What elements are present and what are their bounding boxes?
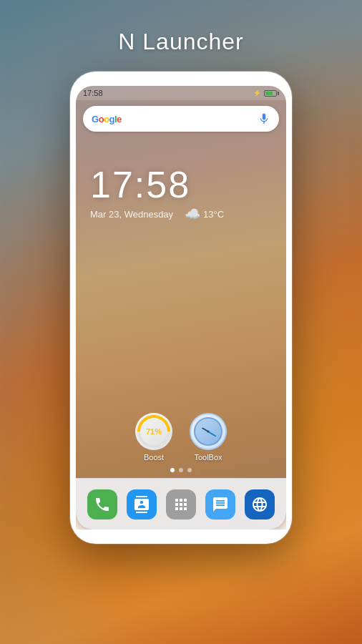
apps-icon: [172, 496, 190, 513]
clock-date: Mar 23, Wednesday: [90, 209, 173, 220]
status-icons: ⚡: [253, 89, 279, 97]
dock-bar: [76, 478, 286, 530]
app-item-boost[interactable]: 71% Boost: [135, 413, 172, 462]
dock-item-contacts[interactable]: [127, 489, 157, 519]
dock-item-messages[interactable]: [205, 489, 235, 519]
temperature: 13°C: [203, 209, 224, 220]
clock-widget: 17:58 Mar 23, Wednesday ☁️ 13°C: [76, 137, 286, 222]
charge-icon: ⚡: [253, 89, 261, 97]
messages-icon: [212, 496, 229, 513]
toolbox-clock-face: [194, 417, 222, 446]
page-dot-1[interactable]: [170, 468, 175, 472]
battery-body: [264, 90, 277, 97]
dock-item-phone[interactable]: [87, 489, 117, 519]
clock-time: 17:58: [90, 166, 190, 203]
app-item-toolbox[interactable]: ToolBox: [190, 413, 227, 462]
microphone-icon[interactable]: [258, 112, 270, 125]
status-bar: 17:58 ⚡: [76, 86, 286, 100]
status-time: 17:58: [83, 89, 103, 97]
toolbox-icon: [190, 413, 227, 450]
weather-widget: ☁️ 13°C: [185, 206, 224, 222]
toolbox-label: ToolBox: [194, 453, 222, 462]
page-title: N Launcher: [0, 29, 362, 55]
phone-screen: 17:58 ⚡ Google 17:58: [76, 86, 286, 530]
app-row: 71% Boost ToolBox: [76, 413, 286, 462]
dock-item-browser[interactable]: [245, 489, 275, 519]
boost-percent: 71%: [146, 427, 162, 436]
dock-item-apps[interactable]: [166, 489, 196, 519]
battery-icon: [264, 90, 279, 97]
boost-icon: 71%: [135, 413, 172, 450]
cloud-icon: ☁️: [185, 206, 200, 222]
page-dot-2[interactable]: [179, 468, 183, 472]
phone-icon: [94, 496, 111, 513]
clock-center: [207, 431, 210, 433]
boost-label: Boost: [144, 453, 164, 462]
page-dots: [76, 468, 286, 472]
clock-details: Mar 23, Wednesday ☁️ 13°C: [90, 206, 224, 222]
google-logo: Google: [92, 114, 122, 125]
contacts-icon: [133, 496, 150, 513]
search-bar[interactable]: Google: [83, 106, 279, 132]
clock-minute-hand: [208, 431, 217, 436]
page-dot-3[interactable]: [187, 468, 192, 472]
browser-icon: [251, 496, 268, 513]
battery-fill: [265, 92, 273, 95]
phone-frame: 17:58 ⚡ Google 17:58: [70, 72, 292, 544]
battery-tip: [278, 92, 279, 95]
